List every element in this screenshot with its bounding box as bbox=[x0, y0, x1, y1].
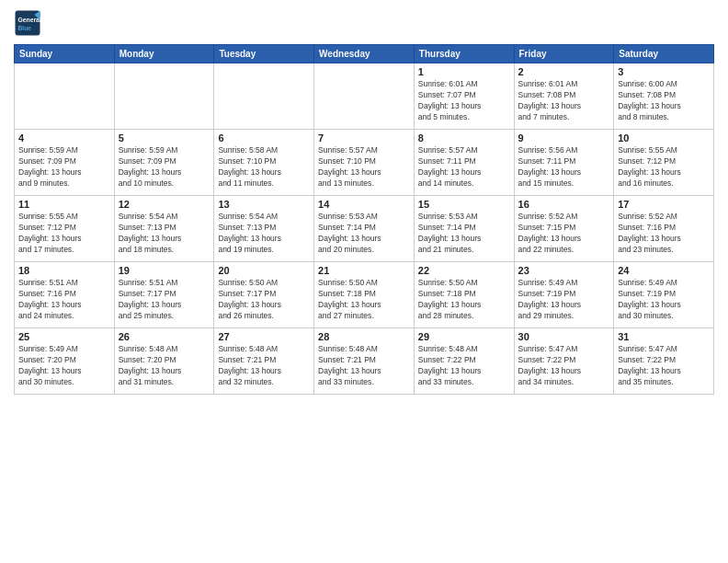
calendar-cell: 23Sunrise: 5:49 AM Sunset: 7:19 PM Dayli… bbox=[514, 262, 614, 328]
logo-icon: General Blue bbox=[14, 9, 41, 37]
calendar-cell: 18Sunrise: 5:51 AM Sunset: 7:16 PM Dayli… bbox=[15, 262, 115, 328]
calendar-cell: 8Sunrise: 5:57 AM Sunset: 7:11 PM Daylig… bbox=[414, 130, 514, 196]
calendar-cell: 20Sunrise: 5:50 AM Sunset: 7:17 PM Dayli… bbox=[214, 262, 314, 328]
day-info: Sunrise: 5:59 AM Sunset: 7:09 PM Dayligh… bbox=[18, 145, 110, 190]
calendar-cell: 12Sunrise: 5:54 AM Sunset: 7:13 PM Dayli… bbox=[114, 196, 214, 262]
day-info: Sunrise: 5:50 AM Sunset: 7:18 PM Dayligh… bbox=[418, 278, 510, 322]
calendar-cell: 6Sunrise: 5:58 AM Sunset: 7:10 PM Daylig… bbox=[214, 130, 314, 196]
day-info: Sunrise: 6:01 AM Sunset: 7:08 PM Dayligh… bbox=[518, 79, 610, 123]
page: General Blue SundayMondayTuesdayWednesda… bbox=[0, 0, 728, 563]
calendar-cell: 10Sunrise: 5:55 AM Sunset: 7:12 PM Dayli… bbox=[614, 130, 714, 196]
weekday-header-thursday: Thursday bbox=[414, 45, 514, 63]
day-number: 1 bbox=[418, 66, 510, 77]
calendar-cell bbox=[314, 63, 415, 130]
day-number: 21 bbox=[318, 265, 410, 276]
day-info: Sunrise: 5:54 AM Sunset: 7:13 PM Dayligh… bbox=[218, 212, 310, 256]
day-number: 20 bbox=[218, 265, 310, 276]
calendar-cell: 30Sunrise: 5:47 AM Sunset: 7:22 PM Dayli… bbox=[514, 328, 614, 395]
day-number: 23 bbox=[518, 265, 610, 276]
day-number: 22 bbox=[418, 265, 510, 276]
day-number: 10 bbox=[618, 132, 710, 144]
calendar-cell: 26Sunrise: 5:48 AM Sunset: 7:20 PM Dayli… bbox=[114, 328, 214, 395]
day-info: Sunrise: 5:57 AM Sunset: 7:11 PM Dayligh… bbox=[418, 145, 510, 190]
calendar-cell: 11Sunrise: 5:55 AM Sunset: 7:12 PM Dayli… bbox=[15, 196, 115, 262]
day-info: Sunrise: 5:50 AM Sunset: 7:18 PM Dayligh… bbox=[318, 278, 410, 322]
day-info: Sunrise: 5:48 AM Sunset: 7:21 PM Dayligh… bbox=[318, 344, 410, 388]
day-number: 19 bbox=[119, 265, 210, 276]
day-number: 5 bbox=[119, 132, 210, 144]
day-info: Sunrise: 5:49 AM Sunset: 7:19 PM Dayligh… bbox=[518, 278, 610, 322]
calendar-cell: 9Sunrise: 5:56 AM Sunset: 7:11 PM Daylig… bbox=[514, 130, 614, 196]
calendar-cell: 31Sunrise: 5:47 AM Sunset: 7:22 PM Dayli… bbox=[614, 328, 714, 395]
day-number: 4 bbox=[18, 132, 110, 144]
weekday-header-monday: Monday bbox=[114, 45, 214, 63]
weekday-header-friday: Friday bbox=[514, 45, 614, 63]
calendar-cell: 17Sunrise: 5:52 AM Sunset: 7:16 PM Dayli… bbox=[614, 196, 714, 262]
day-info: Sunrise: 5:47 AM Sunset: 7:22 PM Dayligh… bbox=[518, 344, 610, 388]
weekday-header-row: SundayMondayTuesdayWednesdayThursdayFrid… bbox=[15, 45, 714, 63]
day-number: 31 bbox=[618, 331, 710, 342]
day-info: Sunrise: 6:00 AM Sunset: 7:08 PM Dayligh… bbox=[618, 79, 710, 123]
day-number: 29 bbox=[418, 331, 510, 342]
day-number: 28 bbox=[318, 331, 410, 342]
week-row-2: 4Sunrise: 5:59 AM Sunset: 7:09 PM Daylig… bbox=[15, 130, 714, 196]
day-number: 7 bbox=[318, 132, 410, 144]
day-number: 2 bbox=[518, 66, 610, 77]
day-number: 17 bbox=[618, 199, 710, 210]
day-number: 25 bbox=[18, 331, 110, 342]
day-number: 30 bbox=[518, 331, 610, 342]
day-info: Sunrise: 5:55 AM Sunset: 7:12 PM Dayligh… bbox=[18, 212, 110, 256]
day-info: Sunrise: 5:48 AM Sunset: 7:21 PM Dayligh… bbox=[218, 344, 310, 388]
logo: General Blue bbox=[14, 9, 45, 37]
calendar-cell: 28Sunrise: 5:48 AM Sunset: 7:21 PM Dayli… bbox=[314, 328, 415, 395]
day-number: 24 bbox=[618, 265, 710, 276]
day-number: 13 bbox=[218, 199, 310, 210]
calendar-cell: 24Sunrise: 5:49 AM Sunset: 7:19 PM Dayli… bbox=[614, 262, 714, 328]
day-info: Sunrise: 5:49 AM Sunset: 7:19 PM Dayligh… bbox=[618, 278, 710, 322]
day-number: 18 bbox=[18, 265, 110, 276]
calendar-cell: 4Sunrise: 5:59 AM Sunset: 7:09 PM Daylig… bbox=[15, 130, 115, 196]
day-info: Sunrise: 5:57 AM Sunset: 7:10 PM Dayligh… bbox=[318, 145, 410, 190]
calendar-cell: 5Sunrise: 5:59 AM Sunset: 7:09 PM Daylig… bbox=[114, 130, 214, 196]
day-number: 12 bbox=[119, 199, 210, 210]
weekday-header-saturday: Saturday bbox=[614, 45, 714, 63]
day-info: Sunrise: 5:47 AM Sunset: 7:22 PM Dayligh… bbox=[618, 344, 710, 388]
day-number: 14 bbox=[318, 199, 410, 210]
day-number: 6 bbox=[218, 132, 310, 144]
day-info: Sunrise: 5:53 AM Sunset: 7:14 PM Dayligh… bbox=[418, 212, 510, 256]
calendar-cell: 16Sunrise: 5:52 AM Sunset: 7:15 PM Dayli… bbox=[514, 196, 614, 262]
weekday-header-tuesday: Tuesday bbox=[214, 45, 314, 63]
calendar-cell: 7Sunrise: 5:57 AM Sunset: 7:10 PM Daylig… bbox=[314, 130, 415, 196]
calendar-cell: 25Sunrise: 5:49 AM Sunset: 7:20 PM Dayli… bbox=[15, 328, 115, 395]
day-info: Sunrise: 5:48 AM Sunset: 7:20 PM Dayligh… bbox=[119, 344, 210, 388]
day-number: 16 bbox=[518, 199, 610, 210]
calendar-cell: 2Sunrise: 6:01 AM Sunset: 7:08 PM Daylig… bbox=[514, 63, 614, 130]
calendar-cell bbox=[214, 63, 314, 130]
calendar-cell: 15Sunrise: 5:53 AM Sunset: 7:14 PM Dayli… bbox=[414, 196, 514, 262]
week-row-1: 1Sunrise: 6:01 AM Sunset: 7:07 PM Daylig… bbox=[15, 63, 714, 130]
day-info: Sunrise: 5:53 AM Sunset: 7:14 PM Dayligh… bbox=[318, 212, 410, 256]
day-info: Sunrise: 5:52 AM Sunset: 7:15 PM Dayligh… bbox=[518, 212, 610, 256]
calendar-table: SundayMondayTuesdayWednesdayThursdayFrid… bbox=[14, 44, 714, 395]
day-info: Sunrise: 5:51 AM Sunset: 7:16 PM Dayligh… bbox=[18, 278, 110, 322]
calendar-cell: 29Sunrise: 5:48 AM Sunset: 7:22 PM Dayli… bbox=[414, 328, 514, 395]
day-info: Sunrise: 5:54 AM Sunset: 7:13 PM Dayligh… bbox=[119, 212, 210, 256]
day-info: Sunrise: 6:01 AM Sunset: 7:07 PM Dayligh… bbox=[418, 79, 510, 123]
day-info: Sunrise: 5:49 AM Sunset: 7:20 PM Dayligh… bbox=[18, 344, 110, 388]
day-info: Sunrise: 5:58 AM Sunset: 7:10 PM Dayligh… bbox=[218, 145, 310, 190]
day-info: Sunrise: 5:59 AM Sunset: 7:09 PM Dayligh… bbox=[119, 145, 210, 190]
day-info: Sunrise: 5:56 AM Sunset: 7:11 PM Dayligh… bbox=[518, 145, 610, 190]
day-number: 9 bbox=[518, 132, 610, 144]
weekday-header-sunday: Sunday bbox=[15, 45, 115, 63]
day-info: Sunrise: 5:51 AM Sunset: 7:17 PM Dayligh… bbox=[119, 278, 210, 322]
calendar-cell: 21Sunrise: 5:50 AM Sunset: 7:18 PM Dayli… bbox=[314, 262, 415, 328]
svg-text:Blue: Blue bbox=[18, 25, 32, 31]
day-info: Sunrise: 5:48 AM Sunset: 7:22 PM Dayligh… bbox=[418, 344, 510, 388]
week-row-3: 11Sunrise: 5:55 AM Sunset: 7:12 PM Dayli… bbox=[15, 196, 714, 262]
day-number: 11 bbox=[18, 199, 110, 210]
calendar-cell: 19Sunrise: 5:51 AM Sunset: 7:17 PM Dayli… bbox=[114, 262, 214, 328]
weekday-header-wednesday: Wednesday bbox=[314, 45, 415, 63]
week-row-5: 25Sunrise: 5:49 AM Sunset: 7:20 PM Dayli… bbox=[15, 328, 714, 395]
day-number: 3 bbox=[618, 66, 710, 77]
day-number: 26 bbox=[119, 331, 210, 342]
